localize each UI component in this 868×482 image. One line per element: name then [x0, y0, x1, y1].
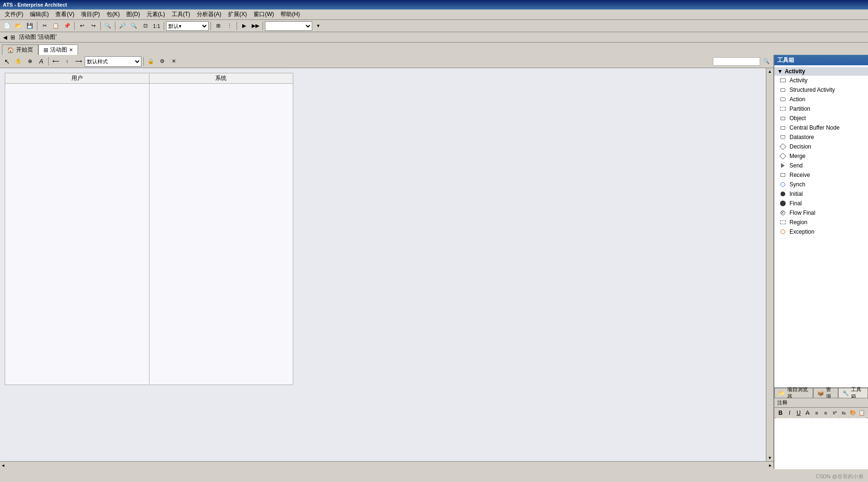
tab-close-button[interactable]: ✕ — [69, 47, 73, 53]
scroll-down[interactable]: ▼ — [768, 456, 772, 460]
notes-body[interactable] — [774, 418, 868, 469]
tab-start[interactable]: 🏠 开始页 — [2, 44, 38, 55]
toolbox-item-receive[interactable]: Receive — [774, 170, 868, 180]
perspective-dropdown[interactable] — [265, 21, 312, 31]
search-button[interactable]: 🔍 — [103, 21, 113, 31]
menu-window[interactable]: 窗口(W) — [251, 9, 277, 19]
notes-paste[interactable]: 📋 — [858, 408, 866, 418]
merge-label: Merge — [789, 153, 806, 159]
toolbox-item-datastore[interactable]: Datastore — [774, 132, 868, 142]
swimlane-col-user: 用户 — [5, 73, 149, 83]
notes-underline[interactable]: U — [794, 408, 803, 418]
menu-analyzer[interactable]: 分析器(A) — [194, 9, 224, 19]
zoom-fit-button[interactable]: ⊡ — [140, 21, 150, 31]
toolbox-item-decision[interactable]: Decision — [774, 142, 868, 151]
vertical-scrollbar[interactable]: ▲ ▼ — [766, 68, 773, 461]
new-button[interactable]: 📄 — [2, 21, 12, 31]
notes-bold[interactable]: B — [776, 408, 785, 418]
menu-view[interactable]: 查看(V) — [53, 9, 77, 19]
scroll-up[interactable]: ▲ — [768, 69, 772, 74]
toolbox-item-activity[interactable]: Activity — [774, 76, 868, 85]
toolbox-section-activity[interactable]: ▼ Activity — [774, 67, 868, 76]
menu-edit[interactable]: 编辑(E) — [27, 9, 52, 19]
swimlane-lane-system[interactable] — [149, 84, 293, 385]
close-diagram-button[interactable]: ✕ — [168, 56, 179, 67]
menu-file[interactable]: 文件(F) — [2, 9, 26, 19]
menu-diagram[interactable]: 图(D) — [123, 9, 143, 19]
toolbox-item-object[interactable]: Object — [774, 114, 868, 123]
rp-tab-resources[interactable]: 📦 资源 — [813, 388, 838, 398]
diagram-area[interactable]: 用户 系统 — [0, 68, 766, 461]
final-label: Final — [789, 200, 802, 207]
toolbox-item-structured-activity[interactable]: Structured Activity — [774, 85, 868, 95]
menu-project[interactable]: 项目(P) — [78, 9, 103, 19]
grid-button[interactable]: ⊞ — [213, 21, 223, 31]
zoom-in-button[interactable]: 🔎 — [117, 21, 128, 31]
scroll-right[interactable]: ► — [768, 463, 772, 468]
toolbox-item-merge[interactable]: Merge — [774, 151, 868, 161]
align-center-button[interactable]: ↕ — [62, 56, 72, 67]
hand-button[interactable]: ✋ — [13, 56, 24, 67]
snap-button[interactable]: ⋮ — [224, 21, 235, 31]
open-button[interactable]: 📂 — [13, 21, 24, 31]
zoom-rect-button[interactable]: ⊕ — [25, 56, 35, 67]
align-right-button[interactable]: ⟶ — [73, 56, 84, 67]
menu-extend[interactable]: 扩展(X) — [225, 9, 250, 19]
zoom-out-button[interactable]: 🔍 — [129, 21, 139, 31]
settings-button[interactable]: ⚙ — [157, 56, 167, 67]
pointer-button[interactable]: ↖ — [2, 56, 12, 67]
toolbox-item-flow-final[interactable]: Flow Final — [774, 208, 868, 218]
notes-subscript[interactable]: x₂ — [840, 408, 848, 418]
exception-label: Exception — [789, 228, 815, 235]
rp-tab-browser[interactable]: 📁 项目浏览器 — [774, 388, 813, 398]
nav-back[interactable]: ◄ — [2, 34, 9, 41]
menu-package[interactable]: 包(K) — [104, 9, 123, 19]
style-dropdown[interactable]: 默认样式 — [85, 56, 141, 67]
search-field[interactable] — [713, 57, 760, 66]
zoom-100-button[interactable]: 1:1 — [151, 21, 162, 31]
filter-button[interactable]: 🔍 — [761, 56, 772, 67]
datastore-icon — [779, 133, 787, 141]
align-left-button[interactable]: ⟵ — [51, 56, 61, 67]
undo-button[interactable]: ↩ — [77, 21, 87, 31]
action-icon — [779, 96, 787, 103]
run-button[interactable]: ▶▶ — [250, 21, 261, 31]
swimlane-lane-user[interactable] — [5, 84, 149, 385]
toolbox-item-exception[interactable]: Exception — [774, 227, 868, 237]
notes-italic[interactable]: I — [785, 408, 794, 418]
flow-final-label: Flow Final — [789, 210, 815, 216]
menu-help[interactable]: 帮助(H) — [278, 9, 303, 19]
redo-button[interactable]: ↪ — [88, 21, 98, 31]
menu-element[interactable]: 元素(L) — [144, 9, 168, 19]
notes-superscript[interactable]: x² — [831, 408, 839, 418]
toolbox-item-region[interactable]: Region — [774, 218, 868, 227]
zoom-dropdown[interactable]: 默认▾ — [166, 21, 209, 31]
toolbox-item-partition[interactable]: Partition — [774, 104, 868, 114]
horizontal-scrollbar[interactable]: ◄ ► — [0, 461, 773, 469]
more-button[interactable]: ▾ — [313, 21, 324, 31]
scroll-left[interactable]: ◄ — [1, 463, 5, 468]
gen-button[interactable]: ▶ — [239, 21, 249, 31]
breadcrumb: 活动图 '活动图' — [19, 33, 57, 41]
toolbox-item-final[interactable]: Final — [774, 199, 868, 208]
tab-diagram[interactable]: ⊞ 活动图 ✕ — [38, 44, 78, 55]
paste-button[interactable]: 📌 — [62, 21, 72, 31]
rp-tab-toolbox[interactable]: 🔧 工具箱 — [838, 388, 868, 398]
notes-list-unordered[interactable]: ≡ — [812, 408, 821, 418]
menu-tools[interactable]: 工具(T) — [169, 9, 193, 19]
toolbox-item-action[interactable]: Action — [774, 95, 868, 104]
copy-button[interactable]: 📋 — [51, 21, 61, 31]
save-button[interactable]: 💾 — [25, 21, 35, 31]
cut-button[interactable]: ✂ — [39, 21, 50, 31]
lock-button[interactable]: 🔒 — [146, 56, 156, 67]
toolbar-separator-2 — [74, 22, 75, 30]
text-button[interactable]: A — [36, 56, 46, 67]
toolbox-item-send[interactable]: Send — [774, 161, 868, 170]
notes-list-ordered[interactable]: ≡ — [821, 408, 830, 418]
toolbox-item-central-buffer-node[interactable]: Central Buffer Node — [774, 123, 868, 132]
notes-strikethrough[interactable]: A — [803, 408, 812, 418]
notes-color[interactable]: 🎨 — [849, 408, 857, 418]
toolbox-item-synch[interactable]: Synch — [774, 180, 868, 189]
partition-icon — [779, 105, 787, 113]
toolbox-item-initial[interactable]: Initial — [774, 189, 868, 199]
